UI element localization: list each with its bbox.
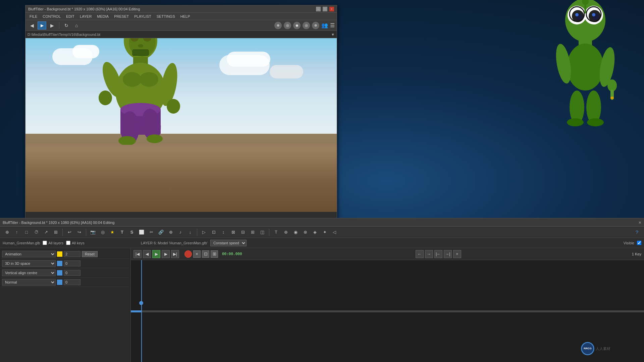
export-button[interactable]: ↓ — [186, 228, 195, 237]
nav-left-key-button[interactable]: |← — [434, 250, 442, 258]
s-button[interactable]: S — [127, 228, 136, 237]
normal-value-input[interactable] — [64, 279, 80, 285]
rt2-btn-6[interactable]: ✦ — [320, 228, 329, 237]
bt-icon-4[interactable]: ⏱ — [32, 228, 41, 237]
all-keys-checkbox[interactable] — [66, 241, 70, 245]
refresh-button[interactable]: ↻ — [62, 21, 71, 29]
svg-point-42 — [167, 99, 180, 114]
anim-value-input[interactable] — [64, 251, 80, 257]
bt-icon-2[interactable]: ↑ — [12, 228, 21, 237]
bt-icon-6[interactable]: ⊞ — [51, 228, 60, 237]
timeline-playhead[interactable] — [141, 260, 142, 362]
normal-marker[interactable] — [57, 280, 62, 285]
play-button[interactable]: ▶ — [38, 21, 46, 29]
menu-file[interactable]: FILE — [27, 14, 40, 19]
camera-button[interactable]: 📷 — [89, 228, 97, 237]
home-button[interactable]: ⌂ — [72, 21, 81, 29]
menu-settings[interactable]: SETTINGS — [154, 14, 178, 19]
space-value-input[interactable] — [64, 260, 80, 266]
menu-edit[interactable]: EDIT — [63, 14, 77, 19]
speed-select[interactable]: Constant speed — [210, 240, 247, 246]
svg-point-23 — [610, 97, 614, 99]
menu-preset[interactable]: PRESET — [111, 14, 131, 19]
rt2-btn-4[interactable]: ⊗ — [301, 228, 310, 237]
back-button[interactable]: ◀ — [28, 21, 36, 29]
menu-help[interactable]: HELP — [178, 14, 193, 19]
rt-btn-4[interactable]: ⊠ — [229, 228, 237, 237]
bottom-titlebar: BluffTitler - Background.bt * 1920 x 108… — [0, 219, 644, 227]
play-pause-button[interactable]: ▶ — [152, 250, 160, 258]
rt2-btn-2[interactable]: ⊕ — [281, 228, 290, 237]
stop-button[interactable]: × — [193, 250, 201, 258]
rt-btn-1[interactable]: ▷ — [200, 228, 208, 237]
bt-icon-3[interactable]: □ — [22, 228, 31, 237]
nav-right-button[interactable]: → — [425, 250, 433, 258]
toolbar-icon-3[interactable]: ◉ — [293, 22, 301, 29]
record-button[interactable] — [184, 250, 192, 258]
align-value-input[interactable] — [64, 270, 80, 276]
align-dropdown[interactable]: Vertical align centre — [2, 269, 56, 276]
close-button[interactable]: × — [329, 7, 334, 11]
menu-media[interactable]: MEDIA — [94, 14, 111, 19]
bt-sep-4 — [269, 229, 269, 236]
paste-button[interactable]: ⊞ — [211, 250, 218, 258]
copy-button[interactable]: ⊡ — [202, 250, 209, 258]
minimize-button[interactable]: ─ — [316, 7, 321, 11]
rt-btn-5[interactable]: ⊟ — [238, 228, 247, 237]
rt-btn-2[interactable]: ⊡ — [209, 228, 218, 237]
yellow-marker[interactable] — [57, 251, 62, 257]
align-marker[interactable] — [57, 270, 62, 276]
rt-btn-7[interactable]: ◫ — [258, 228, 267, 237]
reset-button[interactable]: Reset — [82, 251, 98, 257]
forward-button[interactable]: ▶ — [48, 21, 56, 29]
link-button[interactable]: 🔗 — [157, 228, 165, 237]
normal-dropdown[interactable]: Normal — [2, 279, 56, 286]
rt-btn-3[interactable]: ↕ — [219, 228, 228, 237]
toolbar-icon-1[interactable]: ⊕ — [274, 22, 282, 29]
redo-button[interactable]: ↪ — [75, 228, 84, 237]
path-dropdown[interactable]: ▼ — [331, 33, 335, 37]
nav-add-button[interactable]: + — [453, 250, 461, 258]
skip-end-button[interactable]: ▶| — [171, 250, 179, 258]
animation-dropdown[interactable]: Animation — [2, 251, 56, 257]
bottom-close-button[interactable]: × — [639, 220, 641, 225]
visible-checkbox[interactable] — [637, 241, 641, 245]
people-icon[interactable]: 👥 — [321, 22, 328, 28]
all-layers-checkbox[interactable] — [43, 241, 47, 245]
rt2-btn-3[interactable]: ◉ — [291, 228, 300, 237]
rt-btn-6[interactable]: ⊞ — [248, 228, 257, 237]
nav-right-key-button[interactable]: →| — [444, 250, 452, 258]
toolbar-icon-5[interactable]: ⊛ — [312, 22, 319, 29]
cursor-button[interactable]: ⊕ — [166, 228, 175, 237]
main-toolbar: ◀ ▶ ▶ ↻ ⌂ ⊕ ◎ ◉ ◎ ⊛ 👥 ☰ — [25, 20, 337, 31]
step-back-button[interactable]: ◀ — [143, 250, 151, 258]
bt-icon-5[interactable]: ↗ — [42, 228, 50, 237]
step-fwd-button[interactable]: ▶ — [162, 250, 170, 258]
help-button[interactable]: ? — [633, 228, 641, 237]
menu-playlist[interactable]: PLAYLIST — [131, 14, 154, 19]
undo-button[interactable]: ↩ — [65, 228, 74, 237]
pin-button[interactable]: ◎ — [98, 228, 107, 237]
skip-start-button[interactable]: |◀ — [133, 250, 142, 258]
text-button[interactable]: T — [118, 228, 126, 237]
rt2-btn-1[interactable]: T — [272, 228, 280, 237]
space-marker[interactable] — [57, 261, 62, 266]
timeline-track[interactable] — [131, 260, 644, 362]
toolbar-icon-4[interactable]: ◎ — [303, 22, 310, 29]
rt2-btn-7[interactable]: ◁ — [330, 228, 339, 237]
rt2-btn-5[interactable]: ◈ — [311, 228, 319, 237]
nav-left-button[interactable]: ← — [416, 250, 424, 258]
scissor-button[interactable]: ✂ — [147, 228, 156, 237]
space-dropdown[interactable]: 3D in 3D space — [2, 260, 56, 267]
star-button[interactable]: ★ — [108, 228, 117, 237]
bt-icon-1[interactable]: ⊕ — [3, 228, 11, 237]
menu-control[interactable]: CONTROL — [40, 14, 63, 19]
all-layers-label: All layers — [48, 241, 63, 245]
maximize-button[interactable]: □ — [323, 7, 327, 11]
menu-bar: FILE CONTROL EDIT LAYER MEDIA PRESET PLA… — [25, 13, 337, 20]
toolbar-icon-2[interactable]: ◎ — [284, 22, 291, 29]
menu-layer[interactable]: LAYER — [77, 14, 94, 19]
menu-icon[interactable]: ☰ — [330, 22, 335, 28]
music-button[interactable]: ♪ — [176, 228, 185, 237]
image-button[interactable]: ⬜ — [137, 228, 146, 237]
